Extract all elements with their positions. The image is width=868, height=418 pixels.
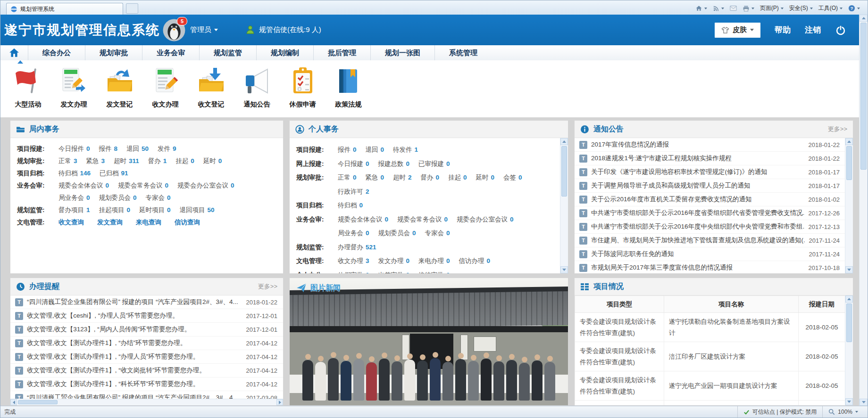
reminders-hscrollbar[interactable] [10,399,283,405]
stat-item[interactable]: 超时311 [114,157,139,164]
stat-item[interactable]: 延时0 [203,157,222,164]
reminder-item[interactable]: 收文管理,收文【测试办理件1】, “办理人员”环节需要您办理。2017-04-1… [10,350,283,364]
shortcut-item[interactable]: 大型活动 [5,65,51,117]
stat-item[interactable]: 报建总数0 [378,160,410,167]
stat-item[interactable]: 会签0 [503,174,522,181]
notice-item[interactable]: 2017年宣传信息情况的通报2018-01-22 [575,138,845,152]
stat-item[interactable]: 规划委员会0 [99,194,137,201]
project-row[interactable]: 专委会建设项目规划设计条件符合性审查(建筑) [575,401,845,406]
stat-item[interactable]: 报件8 [99,145,118,152]
reminder-item[interactable]: 收文管理,收文【测试办理件1】, “收文岗批转”环节需要您办理。2017-04-… [10,364,283,377]
stat-item[interactable]: 信访办理0 [459,257,491,264]
stat-item[interactable]: 报件0 [338,146,357,153]
reminder-item[interactable]: 收文管理,收文【ceshi】, “办理人员”环节需要您办理。2017-12-01 [10,309,283,323]
print-menu-button[interactable] [743,5,754,12]
stat-item[interactable]: 专家会0 [425,229,450,237]
scroll-down-button[interactable] [845,266,853,273]
nav-item[interactable]: 系统管理 [434,45,492,60]
safety-menu-button[interactable]: 安全(S) [789,4,813,12]
user-avatar[interactable]: 5 [163,19,185,41]
zoom-pane[interactable]: 100% [822,406,864,418]
scroll-up-button[interactable] [845,295,853,303]
stat-item[interactable]: 已审报建0 [418,160,450,167]
stat-item[interactable]: 收文办理3 [338,257,369,264]
stat-item[interactable]: 规委会全体会议0 [338,216,388,223]
scrollbar-thumb[interactable] [18,400,58,404]
stat-link[interactable]: 收文查询 [58,219,84,226]
stat-item[interactable]: 局业务会0 [338,229,369,237]
stat-item[interactable]: 延时项目0 [139,206,171,213]
stat-item[interactable]: 办理督办521 [338,244,376,251]
shortcut-item[interactable]: 发文办理 [51,65,97,117]
notice-item[interactable]: 中共遂宁市委组织部关于公示2016年度省委组织部代省委管理党费收支情况...20… [575,206,845,220]
stat-item[interactable]: 挂起项目0 [99,206,131,213]
stat-link[interactable]: 信访查询 [175,219,200,226]
reminder-item[interactable]: 收文管理,收文【测试办理件1】, “科长环节”环节需要您办理。2017-04-1… [10,377,283,391]
notice-item[interactable]: 市住建局、市规划局关于加快推进地下管线普查规划及信息系统建设的通知(...201… [575,234,845,247]
page-menu-button[interactable]: 页面(P) [760,4,784,12]
stat-item[interactable]: 督办0 [421,174,440,181]
scroll-up-button[interactable] [560,138,568,145]
stat-item[interactable]: 待发件1 [393,146,418,153]
skin-button[interactable]: 皮肤 [715,23,760,38]
notice-item[interactable]: 市规划局关于2017年第三季度宣传信息的情况通报2017-10-18 [575,261,845,274]
messenger-status[interactable]: 规管信使(在线:9 人) [245,25,321,35]
stat-item[interactable]: 今日报件0 [58,145,90,152]
scrollbar-thumb[interactable] [846,303,852,342]
read-mail-button[interactable] [730,5,737,11]
stat-item[interactable]: 挂起0 [448,174,467,181]
notice-item[interactable]: 关于公示2016年度市直机关工委留存党费收支情况的通知2018-01-02 [575,193,845,206]
notices-scrollbar[interactable] [845,138,853,273]
stat-item[interactable]: 发文办理0 [378,257,410,264]
stat-item[interactable]: 督办1 [148,157,167,164]
stat-link[interactable]: 来电查询 [136,219,161,226]
window-scrollbar[interactable] [859,15,868,406]
scrollbar-thumb[interactable] [860,23,867,170]
scroll-up-button[interactable] [845,138,853,145]
stat-item[interactable]: 来电办理0 [418,257,450,264]
stat-link[interactable]: 发文查询 [97,219,123,226]
notice-item[interactable]: 中共遂宁市委组织部关于公示2016年度中央组织部代中央管理党费和市委组...20… [575,220,845,234]
nav-item[interactable]: 综合办公 [28,45,85,60]
stat-item[interactable]: 已归档91 [100,170,128,177]
stat-item[interactable]: 规委会办公室会议0 [457,216,514,223]
notice-item[interactable]: 关于陈波同志职务任免的通知2017-11-24 [575,247,845,261]
scrollbar-thumb[interactable] [561,146,567,197]
stat-item[interactable]: 待归档146 [58,170,91,177]
stat-item[interactable]: 待归档0 [338,202,363,209]
notice-item[interactable]: 关于印发《遂宁市建设用地容积率技术管理规定(修订)》的通知2018-01-17 [575,165,845,179]
nav-item[interactable]: 批后管理 [313,45,370,60]
stat-item[interactable]: 规委会全体会议0 [58,182,109,189]
feeds-menu-button[interactable] [713,5,724,12]
reminders-more-link[interactable]: 更多>> [258,282,277,291]
shortcut-item[interactable]: 通知公告 [234,65,280,117]
stat-item[interactable]: 行政许可2 [338,188,369,195]
stat-item[interactable]: 出差审批0 [378,271,410,274]
user-menu[interactable]: 管理员 [190,25,218,34]
stat-item[interactable]: 规划委员会0 [378,229,416,237]
notice-item[interactable]: 关于调整局领导班子成员和高级规划管理人员分工的通知2018-01-17 [575,179,845,193]
scroll-down-button[interactable] [560,266,568,273]
scroll-down-button[interactable] [860,399,868,406]
notices-more-link[interactable]: 更多>> [828,125,847,133]
nav-item[interactable]: 规划监管 [199,45,256,60]
nav-item-home[interactable] [0,45,28,60]
shortcut-item[interactable]: 休假申请 [280,65,326,117]
reminder-item[interactable]: “四川清巍工贸企业集团有限公司” 报建的项目 “汽车产业园项目2#、3#、4..… [10,295,283,309]
nav-item[interactable]: 规划编制 [256,45,313,60]
shortcut-item[interactable]: 收文办理 [142,65,188,117]
scroll-right-button[interactable] [276,399,283,405]
shortcut-item[interactable]: 政策法规 [326,65,371,117]
stat-item[interactable]: 正常3 [58,157,77,164]
projects-scrollbar[interactable] [845,295,853,405]
scroll-up-button[interactable] [860,15,868,22]
help-button[interactable]: 帮助 [775,25,791,35]
power-icon[interactable] [835,25,846,36]
notice-item[interactable]: 2018遂规发1号:遂宁市建设工程规划核实操作规程2018-01-22 [575,152,845,165]
stat-item[interactable]: 规委会常务会议0 [118,182,168,189]
shortcut-item[interactable]: 收文登记 [188,65,234,117]
stat-item[interactable]: 接待审批0 [418,271,450,274]
home-menu-button[interactable] [695,5,707,12]
stat-item[interactable]: 退回50 [126,145,149,152]
stat-item[interactable]: 休假审批0 [338,271,369,274]
